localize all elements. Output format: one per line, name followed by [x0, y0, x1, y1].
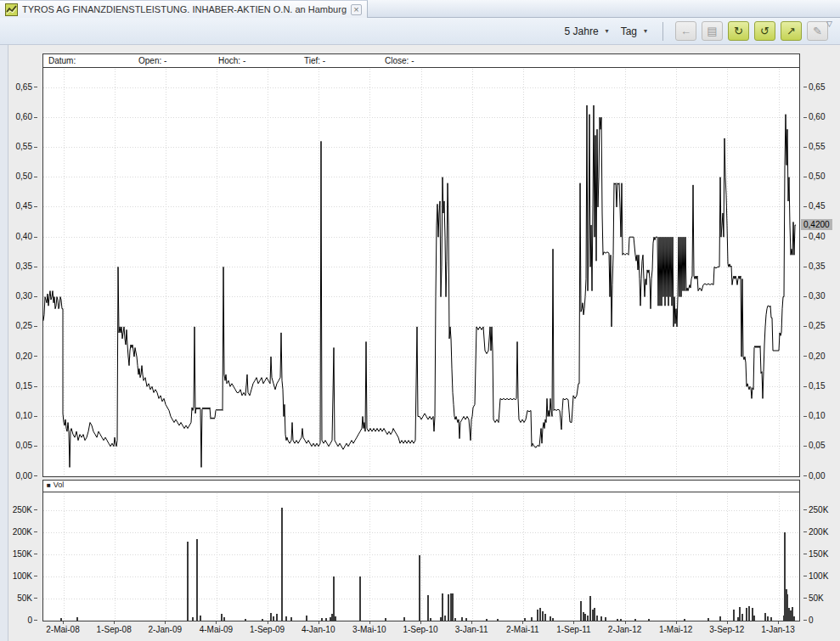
price-chart[interactable] [43, 54, 799, 476]
price-axis-label-right: 0,40 [803, 232, 825, 241]
volume-bar [273, 616, 273, 621]
date-axis-label: 1-Sep-09 [250, 625, 285, 634]
volume-bar [330, 617, 330, 621]
volume-bar [600, 616, 601, 621]
toolbar-separator [662, 22, 663, 41]
toolbar-overflow-chevron[interactable]: ▽ [826, 20, 832, 28]
volume-bar [531, 617, 532, 621]
date-axis-label: 1-Sep-11 [556, 625, 590, 634]
volume-bar [753, 616, 754, 621]
date-axis-tick [727, 621, 728, 624]
volume-bar [321, 618, 322, 621]
date-axis-label: 4-Jan-10 [302, 625, 335, 634]
volume-axis-label-right: 50K [803, 593, 824, 603]
volume-bar [524, 618, 525, 621]
tab-close-icon[interactable]: × [351, 4, 362, 15]
date-axis-tick [778, 621, 779, 624]
volume-axis-label-right: 200K [803, 527, 828, 537]
volume-bar [192, 617, 193, 621]
price-axis-label-left: 0,45 [7, 201, 37, 211]
volume-axis-label-left: 50K [7, 593, 37, 603]
volume-axis-label-left: 150K [7, 549, 37, 559]
volume-bar [587, 616, 588, 621]
volume-bar [335, 616, 335, 621]
volume-bar [767, 616, 768, 621]
volume-bar [196, 539, 198, 621]
date-axis-label: 2-Mai-08 [46, 625, 79, 634]
volume-bar [187, 542, 189, 621]
ohlc-open-label: Open: - [138, 56, 166, 65]
refresh-button[interactable]: ↻ [728, 21, 749, 41]
volume-chart[interactable] [43, 493, 799, 621]
range-dropdown[interactable]: 5 Jahre ▾ [561, 24, 612, 39]
volume-panel[interactable]: ■Vol [42, 480, 800, 621]
volume-bar [200, 616, 200, 621]
volume-bar [596, 616, 597, 621]
volume-bar [752, 608, 753, 621]
ohlc-hoch-label: Hoch: - [218, 56, 245, 65]
volume-axis-label-left: 100K [7, 571, 37, 581]
date-axis-tick [369, 621, 370, 624]
volume-bar [737, 617, 738, 621]
volume-bar [583, 612, 583, 621]
volume-bar [385, 618, 386, 621]
price-axis-label-left: 0,25 [7, 321, 37, 330]
volume-bar [359, 576, 361, 621]
volume-bar [442, 593, 443, 621]
volume-bar [497, 619, 498, 621]
date-axis-tick [625, 621, 626, 624]
legend-square-icon: ■ [47, 481, 51, 489]
volume-bar [450, 593, 452, 621]
volume-bar [620, 619, 621, 621]
price-axis-label-right: 0,65 [803, 82, 825, 92]
volume-bar [276, 614, 277, 621]
volume-bar [331, 614, 332, 621]
redo-button[interactable]: ↺ [754, 21, 775, 41]
expand-button[interactable]: ↗ [781, 21, 802, 41]
volume-bar [325, 618, 326, 621]
save-button[interactable]: ▤ [702, 21, 723, 41]
date-axis-tick [573, 621, 574, 624]
volume-bar [452, 593, 454, 621]
volume-axis-label-right: 150K [803, 549, 828, 559]
volume-bar [746, 608, 747, 621]
volume-bar [733, 610, 734, 621]
volume-bar [739, 607, 740, 621]
interval-value: Tag [621, 25, 637, 37]
price-panel[interactable]: Datum: Open: - Hoch: - Tief: - Close: - [42, 53, 800, 477]
volume-bar [793, 616, 794, 621]
toolbar: 5 Jahre ▾ Tag ▾ ← ▤ ↻ ↺ ↗ ✎ ▽ [0, 18, 840, 45]
date-axis-tick [165, 621, 166, 624]
volume-bar [290, 617, 291, 621]
date-axis-label: 3-Jan-11 [455, 625, 488, 634]
range-value: 5 Jahre [565, 25, 599, 37]
volume-bar [592, 610, 593, 621]
volume-axis-label-right: 0 [803, 616, 814, 625]
volume-bar [444, 616, 445, 621]
interval-dropdown[interactable]: Tag ▾ [617, 24, 651, 39]
date-axis-tick [114, 621, 115, 624]
volume-bar [634, 619, 635, 621]
price-axis-label-left: 0,35 [7, 261, 37, 271]
price-axis-label-left: 0,30 [7, 291, 37, 301]
draw-button[interactable]: ✎ [807, 21, 828, 41]
volume-bar [792, 607, 792, 621]
date-axis-tick [63, 621, 64, 624]
date-axis-tick [676, 621, 677, 624]
volume-bar [448, 594, 449, 621]
ohlc-header: Datum: Open: - Hoch: - Tief: - Close: - [43, 54, 799, 68]
tab-chart[interactable]: TYROS AG FINANZDIENSTLEISTUNG. INHABER-A… [0, 0, 368, 18]
price-axis-label-right: 0,30 [803, 291, 825, 301]
volume-bar [221, 614, 222, 621]
volume-axis-label-right: 100K [803, 571, 828, 581]
back-button[interactable]: ← [675, 21, 696, 41]
price-axis-label-right: 0,05 [803, 441, 825, 450]
price-axis-label-left: 0,00 [7, 471, 37, 481]
tab-title: TYROS AG FINANZDIENSTLEISTUNG. INHABER-A… [22, 4, 347, 14]
volume-legend-label: Vol [54, 481, 65, 489]
volume-bar [584, 614, 585, 621]
volume-bar [539, 608, 540, 621]
chevron-down-icon: ▾ [606, 27, 609, 35]
volume-bar [285, 616, 286, 621]
price-axis-label-right: 0,35 [803, 261, 825, 271]
